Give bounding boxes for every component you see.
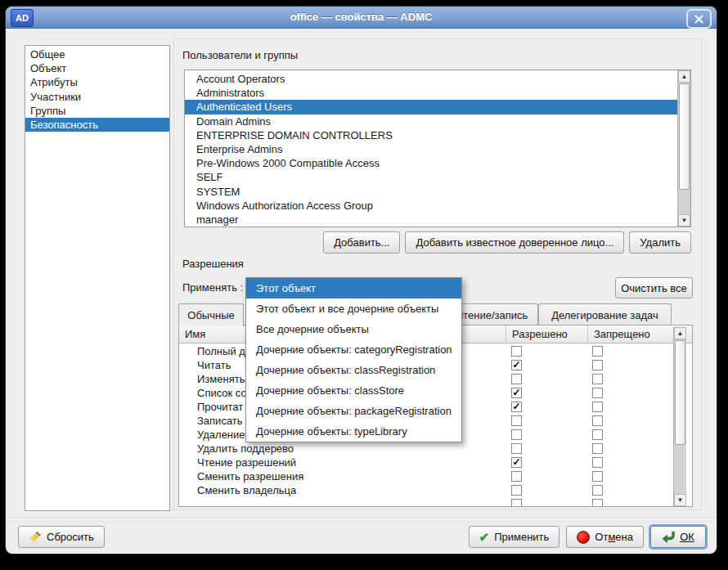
reset-button[interactable]: Сбросить <box>18 526 105 548</box>
scroll-down-button[interactable]: ▼ <box>678 214 690 227</box>
dropdown-option[interactable]: Дочерние объекты: categoryRegistration <box>246 339 461 360</box>
denied-checkbox[interactable] <box>592 360 603 370</box>
list-item[interactable]: manager <box>185 213 690 227</box>
permission-name: Читать <box>197 358 231 372</box>
arrow-down-icon: ▼ <box>681 218 688 224</box>
scroll-up-button[interactable]: ▲ <box>678 70 690 83</box>
cancel-button[interactable]: Отмена <box>566 526 644 548</box>
cancel-label: Отмена <box>595 531 633 543</box>
denied-checkbox[interactable] <box>592 457 603 468</box>
table-row: Сменить владельца <box>179 483 677 497</box>
allowed-checkbox[interactable] <box>511 415 522 426</box>
permission-name: Записать <box>197 414 243 428</box>
tab-common[interactable]: Обычные <box>178 303 244 326</box>
sidebar-item[interactable]: Участники <box>25 90 169 104</box>
scroll-down-button[interactable]: ▼ <box>674 494 686 506</box>
arrow-up-icon: ▲ <box>677 330 684 337</box>
dropdown-option[interactable]: Дочерние объекты: classStore <box>246 380 461 401</box>
list-item[interactable]: Windows Authorization Access Group <box>185 199 690 213</box>
ok-arrow-icon <box>662 531 675 543</box>
denied-checkbox[interactable] <box>592 415 603 426</box>
window-title: office — свойства — ADMC <box>38 7 684 28</box>
add-trustee-button[interactable]: Добавить известное доверенное лицо... <box>405 231 624 254</box>
sidebar-item[interactable]: Объект <box>25 61 169 75</box>
permission-name: Изменять <box>197 372 245 386</box>
allowed-checkbox[interactable] <box>511 499 522 506</box>
allowed-checkbox[interactable]: ✓ <box>511 457 522 468</box>
dropdown-option[interactable]: Дочерние объекты: classRegistration <box>246 360 461 380</box>
remove-button[interactable]: Удалить <box>629 231 691 254</box>
table-row <box>179 497 677 506</box>
dropdown-option[interactable]: Этот объект и все дочерние объекты <box>246 298 461 319</box>
list-item[interactable]: Pre-Windows 2000 Compatible Access <box>185 156 690 170</box>
footer-button-row: ✔ Применить Отмена ОК <box>469 526 706 548</box>
clear-all-button[interactable]: Очистить все <box>615 277 693 298</box>
list-item[interactable]: SELF <box>185 170 690 184</box>
users-groups-list[interactable]: Account OperatorsAdministratorsAuthentic… <box>184 70 691 227</box>
permission-name: Сменить владельца <box>197 483 296 497</box>
sidebar-item[interactable]: Атрибуты <box>25 75 169 89</box>
list-item[interactable]: Domain Admins <box>185 114 690 128</box>
table-row: Удалить поддерево <box>179 442 677 456</box>
cancel-icon <box>577 531 590 544</box>
scroll-thumb[interactable] <box>675 340 685 445</box>
denied-checkbox[interactable] <box>592 346 603 357</box>
users-list-scrollbar[interactable]: ▲ ▼ <box>677 70 690 227</box>
permission-name: Полный д <box>197 344 245 358</box>
apply-button[interactable]: ✔ Применить <box>469 526 560 548</box>
denied-checkbox[interactable] <box>592 499 603 506</box>
broom-icon <box>29 531 42 544</box>
denied-checkbox[interactable] <box>592 443 603 454</box>
denied-checkbox[interactable] <box>592 471 603 482</box>
dropdown-option[interactable]: Дочерние объекты: typeLibrary <box>246 421 461 442</box>
add-button[interactable]: Добавить... <box>323 231 400 254</box>
tab-delegation[interactable]: Делегирование задач <box>538 303 672 325</box>
list-item[interactable]: Account Operators <box>185 72 690 86</box>
allowed-checkbox[interactable] <box>511 429 522 440</box>
list-item[interactable]: Authenticated Users <box>185 100 690 114</box>
list-item[interactable]: ENTERPRISE DOMAIN CONTROLLERS <box>185 128 690 142</box>
column-header-denied[interactable]: Запрещено <box>587 325 673 343</box>
arrow-up-icon: ▲ <box>681 74 688 80</box>
properties-dialog: AD office — свойства — ADMC ОбщееОбъектА… <box>6 7 717 554</box>
denied-checkbox[interactable] <box>592 485 603 496</box>
table-scrollbar[interactable]: ▲ ▼ <box>673 327 686 506</box>
table-row: Чтение разрешений✓ <box>179 456 677 469</box>
dialog-body: ОбщееОбъектАтрибутыУчастникиГруппыБезопа… <box>6 28 717 554</box>
allowed-checkbox[interactable] <box>511 471 522 482</box>
dropdown-option[interactable]: Дочерние объекты: packageRegistration <box>246 401 461 421</box>
apply-to-label: Применять : <box>182 277 243 298</box>
permission-name: Список со <box>197 386 247 400</box>
permission-name: Удалить поддерево <box>197 442 294 456</box>
users-groups-rows: Account OperatorsAdministratorsAuthentic… <box>185 72 690 227</box>
allowed-checkbox[interactable] <box>511 374 522 384</box>
permissions-section-label: Разрешения <box>182 258 244 270</box>
sidebar-item[interactable]: Безопасность <box>25 118 169 132</box>
sidebar-item[interactable]: Общее <box>25 47 169 61</box>
titlebar[interactable]: AD office — свойства — ADMC <box>6 7 717 29</box>
denied-checkbox[interactable] <box>592 374 603 384</box>
dropdown-option[interactable]: Этот объект <box>246 278 461 298</box>
ok-button[interactable]: ОК <box>650 526 706 548</box>
permission-name: Сменить разрешения <box>197 469 303 483</box>
allowed-checkbox[interactable]: ✓ <box>511 402 522 412</box>
scroll-thumb[interactable] <box>679 83 690 190</box>
denied-checkbox[interactable] <box>592 429 603 440</box>
allowed-checkbox[interactable] <box>511 346 522 357</box>
list-item[interactable]: SYSTEM <box>185 185 690 199</box>
allowed-checkbox[interactable]: ✓ <box>511 360 522 370</box>
sidebar-item[interactable]: Группы <box>25 104 169 118</box>
list-item[interactable]: Administrators <box>185 86 690 100</box>
denied-checkbox[interactable] <box>592 402 603 412</box>
denied-checkbox[interactable] <box>592 388 603 398</box>
category-list: ОбщееОбъектАтрибутыУчастникиГруппыБезопа… <box>25 45 170 511</box>
allowed-checkbox[interactable] <box>511 485 522 496</box>
allowed-checkbox[interactable]: ✓ <box>511 388 522 398</box>
allowed-checkbox[interactable] <box>511 443 522 454</box>
permission-name: Чтение разрешений <box>197 456 296 469</box>
scroll-up-button[interactable]: ▲ <box>674 327 686 339</box>
list-item[interactable]: Enterprise Admins <box>185 142 690 156</box>
dropdown-option[interactable]: Все дочерние объекты <box>246 319 461 339</box>
column-header-allowed[interactable]: Разрешено <box>506 325 587 343</box>
close-button[interactable] <box>686 9 712 29</box>
